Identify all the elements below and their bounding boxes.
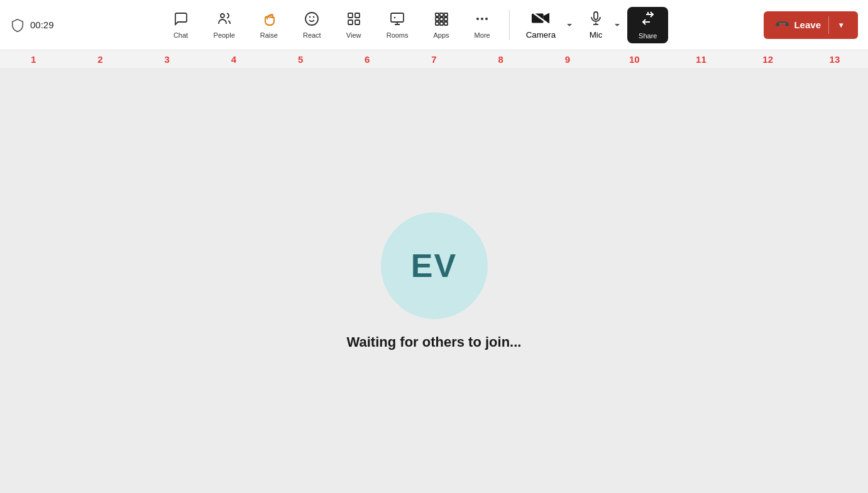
people-label: People (214, 31, 235, 39)
svg-rect-12 (444, 13, 448, 16)
raise-label: Raise (260, 31, 278, 39)
svg-rect-18 (444, 22, 448, 25)
phone-icon: 📞 (774, 16, 792, 34)
more-button[interactable]: More (463, 8, 502, 43)
shield-icon (10, 18, 25, 33)
chat-button[interactable]: Chat (162, 8, 200, 43)
svg-rect-16 (436, 22, 439, 25)
mic-group: Mic (580, 7, 625, 43)
toolbar-right: 📞 Leave ▾ (732, 11, 858, 39)
toolbar: 00:29 Chat People (0, 0, 868, 50)
leave-button[interactable]: 📞 Leave ▾ (764, 11, 858, 39)
more-label: More (475, 31, 490, 39)
share-icon (640, 11, 656, 30)
avatar: EV (381, 212, 488, 319)
svg-rect-25 (594, 12, 598, 19)
rooms-label: Rooms (387, 31, 409, 39)
call-timer: 00:29 (30, 19, 54, 30)
col-number-3: 3 (133, 54, 200, 65)
react-label: React (303, 31, 321, 39)
col-number-9: 9 (534, 54, 601, 65)
svg-rect-17 (440, 22, 443, 25)
camera-dropdown-button[interactable] (562, 10, 577, 40)
avatar-initials: EV (411, 247, 457, 284)
view-button[interactable]: View (335, 8, 373, 43)
svg-rect-8 (391, 13, 404, 22)
waiting-text: Waiting for others to join... (347, 334, 522, 350)
col-number-2: 2 (67, 54, 133, 65)
col-number-4: 4 (201, 54, 267, 65)
main-content: EV Waiting for others to join... (0, 69, 868, 493)
leave-dropdown-button[interactable]: ▾ (837, 21, 845, 30)
svg-point-1 (305, 13, 318, 25)
camera-off-icon (531, 11, 550, 28)
toolbar-divider (509, 10, 510, 40)
chat-label: Chat (173, 31, 188, 39)
col-number-5: 5 (267, 54, 334, 65)
view-label: View (346, 31, 361, 39)
svg-rect-11 (440, 13, 443, 16)
mic-label: Mic (590, 30, 603, 40)
svg-point-20 (481, 18, 483, 20)
svg-rect-4 (348, 13, 353, 18)
apps-label: Apps (434, 31, 449, 39)
apps-button[interactable]: Apps (422, 8, 461, 43)
svg-point-21 (485, 18, 488, 20)
mic-dropdown-button[interactable] (610, 10, 625, 40)
col-number-7: 7 (400, 54, 467, 65)
svg-rect-7 (355, 20, 360, 24)
camera-group: Camera (517, 7, 577, 43)
svg-rect-13 (436, 18, 439, 21)
leave-divider (828, 16, 829, 34)
chat-icon (173, 11, 189, 29)
share-button[interactable]: Share (627, 7, 668, 43)
people-button[interactable]: People (202, 8, 246, 43)
mic-icon (588, 11, 603, 28)
camera-button[interactable]: Camera (517, 7, 562, 43)
col-number-12: 12 (735, 54, 801, 65)
raise-icon (261, 11, 277, 29)
camera-label: Camera (526, 30, 556, 40)
col-number-13: 13 (801, 54, 868, 65)
leave-label: Leave (794, 19, 821, 30)
mic-button[interactable]: Mic (580, 7, 610, 43)
toolbar-center: Chat People (98, 7, 732, 43)
svg-rect-14 (440, 18, 443, 21)
column-numbers-row: 12345678910111213 (0, 50, 868, 69)
svg-point-19 (476, 18, 479, 20)
people-icon (217, 11, 232, 29)
react-icon (304, 11, 319, 29)
raise-button[interactable]: Raise (249, 8, 289, 43)
view-icon (346, 11, 361, 29)
col-number-8: 8 (468, 54, 534, 65)
svg-point-0 (221, 14, 224, 18)
svg-rect-6 (348, 20, 353, 24)
col-number-6: 6 (334, 54, 400, 65)
rooms-icon (390, 11, 405, 29)
svg-rect-5 (355, 13, 360, 18)
svg-rect-10 (436, 13, 439, 16)
toolbar-left: 00:29 (10, 18, 98, 33)
col-number-1: 1 (0, 54, 67, 65)
more-icon (475, 11, 490, 29)
rooms-button[interactable]: Rooms (375, 8, 420, 43)
share-label: Share (639, 32, 657, 40)
apps-icon (434, 11, 449, 29)
col-number-11: 11 (667, 54, 734, 65)
svg-rect-15 (444, 18, 448, 21)
react-button[interactable]: React (292, 8, 332, 43)
col-number-10: 10 (601, 54, 667, 65)
